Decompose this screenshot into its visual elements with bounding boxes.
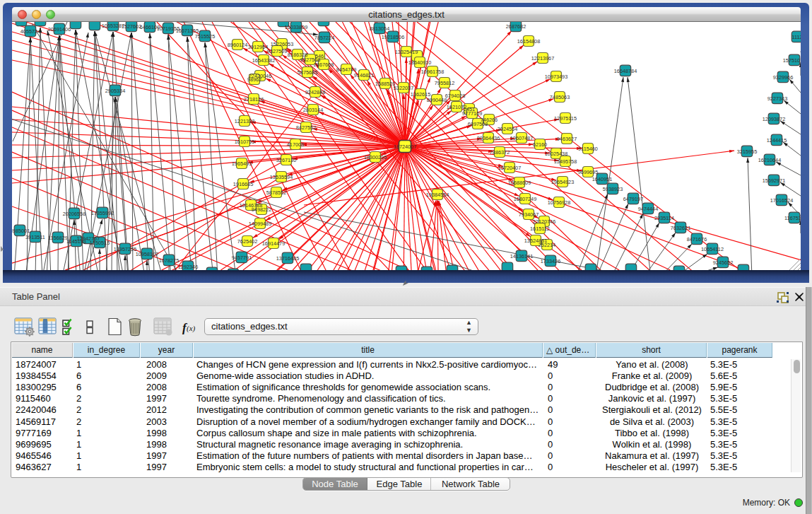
svg-text:6794028: 6794028 — [445, 93, 465, 99]
svg-text:9227343: 9227343 — [767, 95, 787, 102]
svg-text:9327509: 9327509 — [267, 48, 287, 54]
svg-text:9474444: 9474444 — [638, 206, 658, 212]
svg-text:12093872: 12093872 — [763, 116, 785, 122]
svg-text:62160: 62160 — [533, 141, 547, 148]
svg-text:1250515: 1250515 — [90, 240, 110, 246]
svg-text:22120746: 22120746 — [533, 218, 555, 225]
svg-text:15692971: 15692971 — [763, 177, 785, 184]
svg-text:1156829: 1156829 — [48, 235, 68, 241]
svg-text:5878552: 5878552 — [266, 189, 286, 196]
svg-text:2867608: 2867608 — [314, 62, 334, 68]
svg-text:1244415: 1244415 — [767, 137, 787, 144]
svg-text:16033809: 16033809 — [285, 24, 307, 30]
svg-text:16914479: 16914479 — [262, 240, 285, 247]
svg-text:3267130: 3267130 — [276, 157, 296, 163]
svg-text:6479197: 6479197 — [623, 196, 643, 202]
svg-text:1112: 1112 — [792, 34, 801, 40]
svg-text:3024554: 3024554 — [498, 126, 517, 132]
svg-text:9498222: 9498222 — [252, 206, 271, 213]
svg-text:5938923: 5938923 — [603, 186, 623, 192]
svg-text:3913511: 3913511 — [25, 234, 45, 240]
svg-text:1733426: 1733426 — [541, 258, 560, 264]
svg-text:7625402: 7625402 — [237, 238, 257, 245]
svg-text:10654112: 10654112 — [701, 246, 724, 252]
svg-text:7934067: 7934067 — [519, 211, 539, 218]
svg-text:1615112: 1615112 — [530, 226, 550, 232]
svg-text:20364436: 20364436 — [477, 135, 500, 141]
svg-text:1916685: 1916685 — [233, 181, 253, 187]
svg-text:18300295: 18300295 — [364, 154, 387, 160]
svg-text:9245652: 9245652 — [713, 259, 733, 266]
svg-text:7857224: 7857224 — [314, 35, 334, 41]
svg-text:2905334: 2905334 — [105, 88, 125, 94]
svg-text:8990448: 8990448 — [427, 97, 447, 103]
svg-text:98962: 98962 — [247, 76, 261, 83]
svg-text:1221338: 1221338 — [235, 118, 254, 124]
svg-text:2718126: 2718126 — [244, 96, 264, 103]
svg-text:2803144: 2803144 — [303, 107, 323, 113]
svg-text:1610755: 1610755 — [235, 139, 254, 145]
svg-text:17016524: 17016524 — [770, 197, 793, 204]
svg-text:16807249: 16807249 — [514, 196, 536, 202]
svg-text:17355992: 17355992 — [91, 210, 114, 216]
svg-text:1588520: 1588520 — [375, 81, 395, 87]
svg-text:7485063: 7485063 — [550, 94, 570, 100]
svg-text:19654923: 19654923 — [551, 179, 574, 185]
svg-text:9463627: 9463627 — [557, 136, 577, 142]
svg-text:9457791: 9457791 — [232, 255, 252, 261]
svg-text:1965493: 1965493 — [232, 160, 252, 167]
svg-text:13716485: 13716485 — [276, 255, 299, 262]
svg-text:9146821: 9146821 — [354, 72, 374, 78]
svg-text:20691406: 20691406 — [48, 26, 71, 33]
svg-text:10756928: 10756928 — [548, 199, 570, 206]
svg-text:13325419: 13325419 — [395, 49, 418, 55]
svg-text:6897508: 6897508 — [468, 121, 488, 127]
svg-text:8960124: 8960124 — [228, 42, 247, 48]
svg-text:19384554: 19384554 — [426, 192, 449, 198]
svg-text:3215955: 3215955 — [737, 148, 757, 155]
svg-text:1640951: 1640951 — [592, 176, 612, 182]
svg-text:8471676: 8471676 — [687, 236, 707, 243]
svg-text:7955812: 7955812 — [435, 80, 454, 86]
svg-text:1292346: 1292346 — [178, 264, 198, 270]
svg-text:9777169: 9777169 — [462, 110, 482, 117]
svg-text:9699695: 9699695 — [578, 169, 598, 175]
svg-text:417006: 417006 — [287, 141, 304, 148]
svg-text:9242848: 9242848 — [305, 89, 325, 95]
svg-text:252214: 252214 — [539, 242, 555, 248]
svg-text:18640910: 18640910 — [408, 59, 431, 66]
svg-text:14099489: 14099489 — [249, 221, 271, 227]
svg-text:8427552: 8427552 — [296, 124, 316, 131]
svg-text:7886372: 7886372 — [490, 149, 510, 156]
svg-text:10958107: 10958107 — [136, 251, 158, 257]
svg-text:16648784: 16648784 — [614, 68, 637, 74]
svg-text:1678275: 1678275 — [159, 257, 179, 264]
svg-text:16154808: 16154808 — [517, 38, 540, 45]
svg-text:7515525: 7515525 — [195, 33, 215, 40]
svg-text:8985001: 8985001 — [12, 228, 30, 234]
svg-text:1527602: 1527602 — [122, 23, 141, 30]
svg-text:3912954: 3912954 — [248, 44, 268, 50]
svg-text:12975115: 12975115 — [554, 115, 577, 122]
svg-text:10025438: 10025438 — [545, 151, 567, 157]
svg-text:15495758: 15495758 — [554, 158, 577, 165]
svg-text:1145193: 1145193 — [66, 238, 86, 245]
svg-text:19218506: 19218506 — [382, 34, 404, 40]
svg-text:(x): (x) — [187, 324, 196, 333]
svg-text:16210644: 16210644 — [758, 157, 781, 163]
svg-text:10688609: 10688609 — [508, 180, 531, 186]
svg-text:20206558: 20206558 — [63, 211, 86, 217]
svg-text:2687682: 2687682 — [506, 23, 526, 30]
svg-text:1167533: 1167533 — [784, 215, 801, 221]
svg-text:14136141: 14136141 — [510, 253, 533, 259]
svg-text:16543382: 16543382 — [252, 57, 275, 64]
svg-text:5875685: 5875685 — [298, 69, 317, 76]
svg-text:10607487: 10607487 — [510, 135, 533, 141]
svg-text:13535594: 13535594 — [270, 174, 293, 180]
svg-text:9115460: 9115460 — [578, 146, 598, 152]
svg-text:12213967: 12213967 — [531, 55, 554, 62]
svg-text:15720407: 15720407 — [498, 165, 521, 171]
svg-text:15226053: 15226053 — [271, 41, 293, 47]
svg-text:17957255: 17957255 — [114, 246, 136, 252]
svg-text:18724007: 18724007 — [394, 144, 416, 150]
